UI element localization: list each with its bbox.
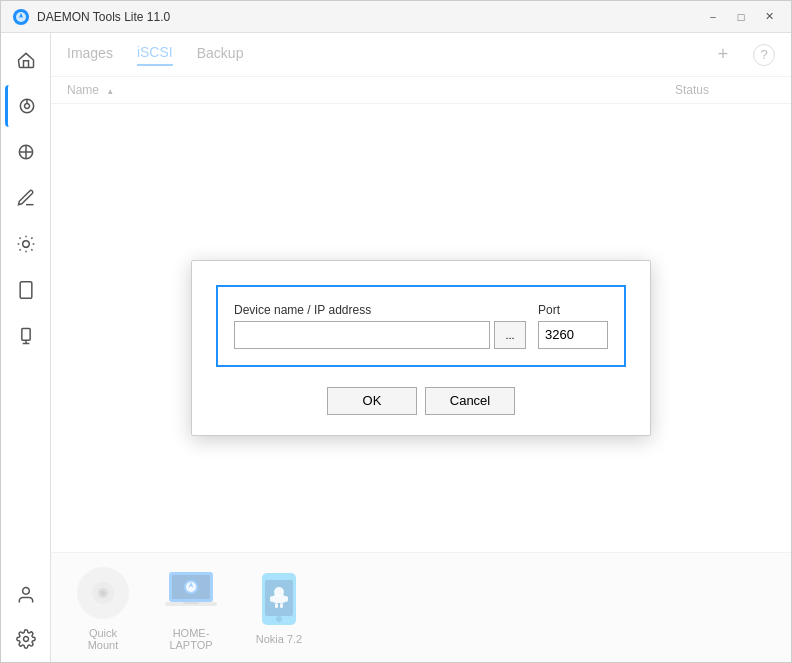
window-title: DAEMON Tools Lite 11.0 bbox=[37, 10, 703, 24]
svg-rect-8 bbox=[20, 282, 32, 299]
dialog-overlay: Device name / IP address ... Port O bbox=[51, 33, 791, 662]
cancel-button[interactable]: Cancel bbox=[425, 387, 515, 415]
sidebar-item-settings[interactable] bbox=[5, 618, 47, 660]
minimize-button[interactable]: − bbox=[703, 7, 723, 27]
sidebar-item-images[interactable] bbox=[5, 131, 47, 173]
browse-button[interactable]: ... bbox=[494, 321, 526, 349]
sidebar-item-usb[interactable] bbox=[5, 315, 47, 357]
sidebar-item-user[interactable] bbox=[5, 574, 47, 616]
close-button[interactable]: ✕ bbox=[759, 7, 779, 27]
main-layout: Images iSCSI Backup + ? Name ▲ Status bbox=[1, 33, 791, 662]
device-label: Device name / IP address bbox=[234, 303, 526, 317]
svg-rect-10 bbox=[21, 329, 29, 341]
svg-point-14 bbox=[23, 637, 28, 642]
port-label: Port bbox=[538, 303, 608, 317]
port-input[interactable] bbox=[538, 321, 608, 349]
iscsi-dialog: Device name / IP address ... Port O bbox=[191, 260, 651, 436]
svg-point-13 bbox=[22, 588, 29, 595]
sidebar-bottom bbox=[5, 572, 47, 662]
sidebar-item-device[interactable] bbox=[5, 269, 47, 311]
svg-point-2 bbox=[25, 104, 30, 109]
window-controls: − □ ✕ bbox=[703, 7, 779, 27]
dialog-fields: Device name / IP address ... Port bbox=[216, 285, 626, 367]
sidebar-item-iscsi[interactable] bbox=[5, 85, 47, 127]
dialog-actions: OK Cancel bbox=[216, 387, 626, 415]
app-icon bbox=[13, 9, 29, 25]
ok-button[interactable]: OK bbox=[327, 387, 417, 415]
device-field-group: Device name / IP address ... bbox=[234, 303, 526, 349]
app-window: DAEMON Tools Lite 11.0 − □ ✕ bbox=[0, 0, 792, 663]
maximize-button[interactable]: □ bbox=[731, 7, 751, 27]
sidebar-item-edit[interactable] bbox=[5, 177, 47, 219]
content-area: Images iSCSI Backup + ? Name ▲ Status bbox=[51, 33, 791, 662]
titlebar: DAEMON Tools Lite 11.0 − □ ✕ bbox=[1, 1, 791, 33]
port-field-group: Port bbox=[538, 303, 608, 349]
device-input[interactable] bbox=[234, 321, 490, 349]
device-field-row: ... bbox=[234, 321, 526, 349]
sidebar-item-home[interactable] bbox=[5, 39, 47, 81]
sidebar-item-tools[interactable] bbox=[5, 223, 47, 265]
svg-point-7 bbox=[22, 241, 29, 248]
sidebar bbox=[1, 33, 51, 662]
